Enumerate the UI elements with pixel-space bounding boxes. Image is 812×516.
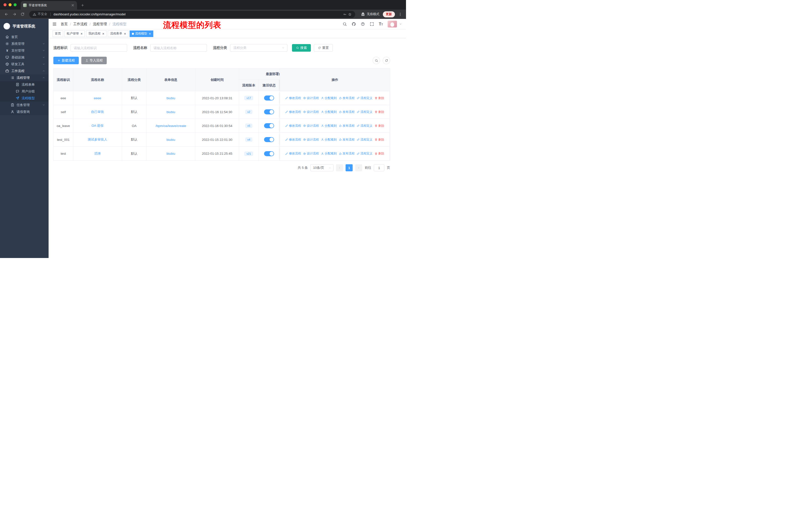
filter-name-input[interactable]	[150, 44, 207, 52]
process-name-link[interactable]: OA 请假	[91, 124, 104, 128]
font-size-icon[interactable]: TT	[379, 22, 383, 26]
github-icon[interactable]	[352, 22, 356, 26]
action-delete[interactable]: 删除	[375, 96, 384, 100]
tag-close-icon[interactable]: ×	[81, 32, 83, 35]
page-size-select[interactable]: 10条/页	[310, 164, 334, 171]
action-design[interactable]: 设计流程	[303, 124, 319, 128]
action-edit[interactable]: 修改流程	[285, 124, 301, 128]
tag-close-icon[interactable]: ×	[149, 32, 151, 35]
breadcrumb-item[interactable]: 首页	[61, 22, 68, 26]
action-publish[interactable]: 发布流程	[339, 152, 355, 156]
address-bar[interactable]: 不安全 dashboard.yudao.iocoder.cn/bpm/manag…	[29, 11, 355, 18]
action-edit[interactable]: 修改流程	[285, 96, 301, 100]
sidebar-item-process-form[interactable]: 流程表单	[0, 81, 49, 88]
tag-close-icon[interactable]: ×	[102, 32, 104, 35]
sidebar-item-process-mgmt[interactable]: 流程管理	[0, 74, 49, 81]
action-design[interactable]: 设计流程	[303, 110, 319, 114]
tag-process-form[interactable]: 流程表单×	[108, 30, 128, 37]
goto-page-input[interactable]	[374, 164, 384, 171]
breadcrumb-item[interactable]: 流程管理	[93, 22, 107, 26]
form-link[interactable]: biubiu	[166, 138, 175, 142]
action-assign[interactable]: 分配规则	[321, 152, 337, 156]
browser-tab[interactable]: 芋道管理系统	[21, 1, 77, 9]
browser-menu-button[interactable]	[398, 11, 403, 17]
password-key-icon[interactable]	[343, 12, 347, 16]
sidebar-item-home[interactable]: 首页	[0, 33, 49, 40]
maximize-window-button[interactable]	[13, 3, 17, 6]
prev-page-button[interactable]	[336, 164, 343, 171]
sidebar-item-process-model[interactable]: 流程模型	[0, 95, 49, 102]
action-edit[interactable]: 修改流程	[285, 138, 301, 142]
page-number-button[interactable]: 1	[346, 164, 353, 171]
toggle-search-button[interactable]	[373, 57, 380, 64]
filter-key-input[interactable]	[70, 44, 127, 52]
action-publish[interactable]: 发布流程	[339, 138, 355, 142]
avatar-caret-icon[interactable]	[399, 23, 402, 25]
reset-button[interactable]: 重置	[314, 44, 333, 52]
active-toggle[interactable]	[264, 137, 274, 142]
active-toggle[interactable]	[264, 96, 274, 101]
action-publish[interactable]: 发布流程	[339, 96, 355, 100]
browser-update-button[interactable]: 更新	[383, 11, 395, 18]
refresh-table-button[interactable]	[383, 57, 390, 64]
sidebar-item-workflow[interactable]: 工作流程	[0, 67, 49, 74]
fullscreen-icon[interactable]	[370, 22, 374, 26]
filter-category-select[interactable]: 流程分类	[230, 44, 287, 52]
action-assign[interactable]: 分配规则	[321, 96, 337, 100]
new-tab-button[interactable]	[79, 2, 86, 9]
sidebar-toggle-icon[interactable]	[52, 22, 57, 26]
form-link[interactable]: biubiu	[166, 110, 175, 114]
tag-my-process[interactable]: 我的流程×	[86, 30, 107, 37]
sidebar-item-payment[interactable]: ¥支付管理	[0, 47, 49, 54]
search-button[interactable]: 搜索	[292, 44, 311, 52]
sidebar-item-system[interactable]: 系统管理	[0, 40, 49, 47]
bookmark-star-icon[interactable]	[348, 12, 352, 16]
action-edit[interactable]: 修改流程	[285, 110, 301, 114]
process-name-link[interactable]: eeee	[94, 96, 101, 100]
tag-process-model[interactable]: 流程模型×	[129, 30, 153, 37]
user-avatar[interactable]	[388, 21, 397, 27]
close-window-button[interactable]	[3, 3, 6, 6]
active-toggle[interactable]	[264, 109, 274, 114]
active-toggle[interactable]	[264, 123, 274, 128]
action-delete[interactable]: 删除	[375, 124, 384, 128]
help-icon[interactable]	[361, 22, 365, 26]
action-edit[interactable]: 修改流程	[285, 152, 301, 156]
action-publish[interactable]: 发布流程	[339, 110, 355, 114]
active-toggle[interactable]	[264, 151, 274, 156]
form-link[interactable]: biubiu	[166, 152, 175, 156]
reload-button[interactable]	[19, 11, 26, 18]
action-delete[interactable]: 删除	[375, 138, 384, 142]
form-link[interactable]: /bpm/oa/leave/create	[155, 124, 186, 128]
tag-close-icon[interactable]: ×	[124, 32, 126, 35]
process-name-link[interactable]: 滔博	[94, 152, 101, 156]
import-process-button[interactable]: 导入流程	[81, 57, 107, 64]
action-publish[interactable]: 发布流程	[339, 124, 355, 128]
breadcrumb-item[interactable]: 工作流程	[73, 22, 87, 26]
action-definition[interactable]: 流程定义	[357, 96, 373, 100]
tab-close-icon[interactable]	[71, 3, 75, 7]
process-name-link[interactable]: 自己审批	[91, 110, 104, 114]
sidebar-item-infra[interactable]: 基础设施	[0, 54, 49, 61]
action-definition[interactable]: 流程定义	[357, 152, 373, 156]
next-page-button[interactable]	[355, 164, 362, 171]
sidebar-logo[interactable]: 芋道管理系统	[0, 19, 49, 33]
form-link[interactable]: biubiu	[166, 96, 175, 100]
action-definition[interactable]: 流程定义	[357, 110, 373, 114]
create-process-button[interactable]: 新建流程	[53, 57, 79, 64]
action-delete[interactable]: 删除	[375, 152, 384, 156]
sidebar-item-devtools[interactable]: 研发工具	[0, 61, 49, 67]
action-assign[interactable]: 分配规则	[321, 138, 337, 142]
tag-home[interactable]: 首页	[53, 30, 63, 37]
process-name-link[interactable]: 测试多审批人	[88, 137, 107, 142]
action-definition[interactable]: 流程定义	[357, 138, 373, 142]
action-design[interactable]: 设计流程	[303, 96, 319, 100]
action-design[interactable]: 设计流程	[303, 138, 319, 142]
action-delete[interactable]: 删除	[375, 110, 384, 114]
sidebar-item-user-group[interactable]: 用户分组	[0, 88, 49, 95]
action-assign[interactable]: 分配规则	[321, 124, 337, 128]
sidebar-item-leave-query[interactable]: 请假查询	[0, 108, 49, 115]
action-definition[interactable]: 流程定义	[357, 124, 373, 128]
back-button[interactable]	[3, 11, 9, 18]
minimize-window-button[interactable]	[8, 3, 11, 6]
